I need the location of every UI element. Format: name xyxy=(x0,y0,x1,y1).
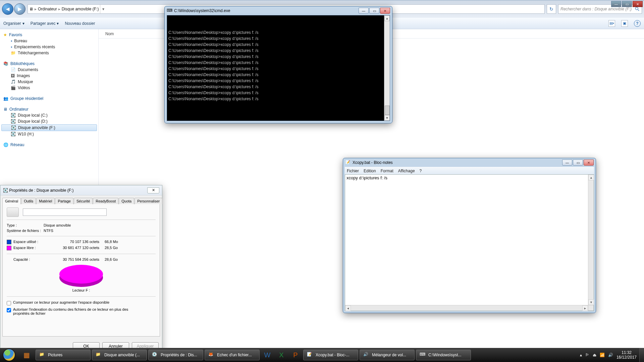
notepad-titlebar[interactable]: 📝 Xcopy.bat - Bloc-notes — ▭ ✕ xyxy=(343,158,596,167)
nav-item-drive-c[interactable]: 💽Disque local (C:) xyxy=(1,112,97,118)
nav-item-recent[interactable]: ▪Emplacements récents xyxy=(1,44,97,50)
used-bytes: 70 107 136 octets xyxy=(44,240,105,244)
toolbar-newfolder[interactable]: Nouveau dossier xyxy=(65,21,95,26)
notepad-vscroll[interactable]: ▲▼ xyxy=(588,175,594,305)
maximize-button[interactable]: ▭ xyxy=(369,8,379,14)
tab-customize[interactable]: Personnaliser xyxy=(135,198,162,204)
tray-volume-icon[interactable]: 🔊 xyxy=(608,353,613,357)
minimize-button[interactable]: — xyxy=(359,8,369,14)
cmd-output[interactable]: C:\Users\Nonames\Desktop>xcopy d:\pictur… xyxy=(167,15,390,121)
scroll-thumb[interactable] xyxy=(385,106,390,115)
nav-group-libraries[interactable]: 📚Bibliothèques xyxy=(1,61,97,67)
nav-item-downloads[interactable]: 📁Téléchargements xyxy=(1,50,97,56)
nav-item-music[interactable]: 🎵Musique xyxy=(1,79,97,85)
filesystem-value: NTFS xyxy=(44,229,53,233)
nav-group-network[interactable]: 🌐Réseau xyxy=(1,142,97,148)
menu-file[interactable]: Fichier xyxy=(347,169,359,173)
menu-help[interactable]: ? xyxy=(420,169,422,173)
nav-item-desktop[interactable]: ▪Bureau xyxy=(1,38,97,44)
nav-item-documents[interactable]: 📄Documents xyxy=(1,67,97,73)
breadcrumb-drive[interactable]: Disque amovible (F:) xyxy=(62,7,99,11)
nav-item-drive-d[interactable]: 💽Disque local (D:) xyxy=(1,118,97,124)
tab-tools[interactable]: Outils xyxy=(21,198,36,204)
taskbar-item-firefox[interactable]: 🦊Echec d'un fichier... xyxy=(205,350,260,360)
taskbar-item-cmd[interactable]: ⌨C:\Windows\syst... xyxy=(416,350,471,360)
taskbar-item-explorer[interactable]: 📁Disque amovible (... xyxy=(92,350,147,360)
taskbar-item-notepad[interactable]: 📝Xcopy.bat - Bloc-... xyxy=(303,350,358,360)
toolbar-organize[interactable]: Organiser ▾ xyxy=(3,21,24,26)
compress-checkbox[interactable] xyxy=(7,301,11,305)
cmd-icon: ⌨ xyxy=(167,8,172,13)
tab-sharing[interactable]: Partage xyxy=(55,198,73,204)
taskbar-item-properties[interactable]: 💽Propriétés de : Dis... xyxy=(148,350,203,360)
nav-group-favorites[interactable]: ★Favoris xyxy=(1,32,97,38)
address-dropdown-icon[interactable]: ▾ xyxy=(100,5,106,13)
preview-pane-button[interactable]: ▣ xyxy=(621,20,628,27)
tray-eject-icon[interactable]: ⏏ xyxy=(593,353,596,357)
maximize-button[interactable]: ▭ xyxy=(573,160,583,166)
nav-item-images[interactable]: 🖼Images xyxy=(1,73,97,79)
nav-item-drive-h[interactable]: 💽W10 (H:) xyxy=(1,131,97,137)
nav-item-drive-f[interactable]: 💽Disque amovible (F:) xyxy=(1,124,97,131)
menu-edit[interactable]: Edition xyxy=(364,169,376,173)
resize-grip-icon[interactable] xyxy=(588,305,594,311)
taskbar-item-pictures[interactable]: 📁Pictures xyxy=(36,350,91,360)
free-space-swatch xyxy=(7,246,11,250)
help-icon[interactable]: ? xyxy=(634,20,641,27)
svg-line-1 xyxy=(638,10,639,11)
nav-forward-button[interactable]: ► xyxy=(14,3,25,15)
cmd-scrollbar[interactable]: ▲ ▼ xyxy=(384,15,390,121)
drive-letter-label: Lecteur F : xyxy=(7,288,156,292)
nav-back-button[interactable]: ◄ xyxy=(2,3,13,15)
drive-label-input[interactable] xyxy=(23,208,107,216)
properties-titlebar[interactable]: 💽 Propriétés de : Disque amovible (F:) ✕ xyxy=(0,185,162,195)
tray-chevron-icon[interactable]: ▴ xyxy=(580,353,582,357)
nav-group-homegroup[interactable]: 👥Groupe résidentiel xyxy=(1,96,97,102)
notepad-textarea[interactable]: xcopy d:\pictures f: /s ▲▼ ◄► xyxy=(345,174,594,311)
free-bytes: 30 681 477 120 octets xyxy=(44,246,105,250)
view-options-button[interactable]: ▤▾ xyxy=(608,20,615,27)
pinned-app[interactable]: ▦ xyxy=(18,348,35,362)
close-button[interactable]: ✕ xyxy=(147,187,159,193)
maximize-button[interactable]: ▭ xyxy=(622,1,632,7)
computer-icon: 🖥 xyxy=(29,7,33,11)
minimize-button[interactable]: — xyxy=(611,1,621,7)
tab-security[interactable]: Sécurité xyxy=(74,198,93,204)
taskbar-item-mixer[interactable]: 🔊Mélangeur de vol... xyxy=(360,350,415,360)
minimize-button[interactable]: — xyxy=(562,160,572,166)
close-button[interactable]: ✕ xyxy=(633,1,643,7)
notepad-hscroll[interactable]: ◄► xyxy=(345,305,588,311)
show-desktop-button[interactable] xyxy=(639,348,644,362)
menu-view[interactable]: Affichage xyxy=(398,169,415,173)
taskbar-item-powerpoint[interactable]: P xyxy=(288,351,303,359)
start-button[interactable] xyxy=(0,348,18,362)
breadcrumb-computer[interactable]: Ordinateur xyxy=(38,7,57,11)
explorer-window-controls: — ▭ ✕ xyxy=(610,1,643,7)
nav-item-videos[interactable]: 🎬Vidéos xyxy=(1,85,97,91)
tray-network-icon[interactable]: 📶 xyxy=(600,353,605,357)
tab-quota[interactable]: Quota xyxy=(119,198,134,204)
toolbar-share[interactable]: Partager avec ▾ xyxy=(31,21,59,26)
close-button[interactable]: ✕ xyxy=(380,8,390,14)
notepad-window: 📝 Xcopy.bat - Bloc-notes — ▭ ✕ Fichier E… xyxy=(343,158,596,313)
refresh-button[interactable]: ↻ xyxy=(547,4,556,14)
properties-title: Propriétés de : Disque amovible (F:) xyxy=(9,188,73,193)
taskbar-clock[interactable]: 11:32 16/12/2017 xyxy=(616,350,637,360)
scroll-down-icon[interactable]: ▼ xyxy=(384,115,390,121)
scroll-up-icon[interactable]: ▲ xyxy=(384,15,390,21)
taskbar-item-word[interactable]: W xyxy=(260,351,274,359)
menu-format[interactable]: Format xyxy=(381,169,393,173)
close-button[interactable]: ✕ xyxy=(584,160,594,166)
tray-flag-icon[interactable]: 🏳 xyxy=(585,353,589,357)
used-human: 66,8 Mo xyxy=(105,240,118,244)
used-space-swatch xyxy=(7,240,11,244)
drive-icon xyxy=(7,207,19,217)
taskbar-item-excel[interactable]: X xyxy=(274,351,288,359)
index-checkbox[interactable] xyxy=(7,308,11,312)
tab-readyboost[interactable]: ReadyBoost xyxy=(93,198,118,204)
tab-hardware[interactable]: Matériel xyxy=(36,198,55,204)
cmd-title: C:\Windows\system32\cmd.exe xyxy=(174,8,358,13)
cmd-titlebar[interactable]: ⌨ C:\Windows\system32\cmd.exe — ▭ ✕ xyxy=(165,6,392,15)
tab-general[interactable]: Général xyxy=(2,198,21,204)
nav-group-computer[interactable]: 🖥Ordinateur xyxy=(1,106,97,112)
